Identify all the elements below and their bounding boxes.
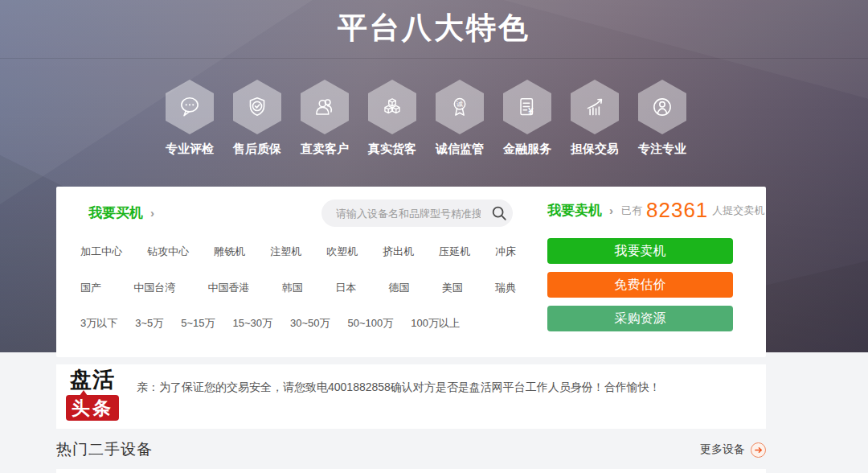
logo-top-text: 盘活 (70, 368, 115, 391)
price-range-links-row: 3万以下 3~5万 5~15万 15~30万 30~50万 50~100万 10… (80, 316, 460, 331)
next-section-top-edge (56, 469, 766, 473)
free-appraisal-button[interactable]: 免费估价 (547, 272, 733, 298)
hot-equipment-section-header: 热门二手设备 更多设备 (56, 439, 766, 460)
feature-label: 直卖客户 (301, 142, 349, 157)
price-range-link[interactable]: 5~15万 (181, 316, 215, 331)
origin-link[interactable]: 德国 (388, 281, 409, 295)
buy-machine-label: 我要买机 (88, 204, 143, 222)
feature-label: 担保交易 (571, 142, 619, 157)
feature-label: 真实货客 (368, 142, 416, 157)
integrity-medal-icon: 诚 (447, 94, 473, 120)
hero-title: 平台八大特色 (0, 8, 868, 48)
feature-item-professional-inspection: 专业评检 (156, 80, 223, 157)
panhuo-toutiao-logo: 盘活 头条 (64, 368, 121, 421)
machine-link[interactable]: 加工中心 (80, 245, 122, 259)
origin-links-row: 国产 中国台湾 中国香港 韩国 日本 德国 美国 瑞典 (80, 281, 516, 295)
hexagon-badge (301, 80, 349, 134)
arrow-right-circle-icon (751, 442, 766, 458)
origin-link[interactable]: 瑞典 (495, 281, 516, 295)
machine-type-links-row: 加工中心 钻攻中心 雕铣机 注塑机 吹塑机 挤出机 压延机 冲床 (80, 245, 516, 259)
feature-item-direct-customers: 直卖客户 (291, 80, 358, 157)
price-range-link[interactable]: 3万以下 (80, 316, 117, 331)
buy-machine-link[interactable]: 我要买机 › (88, 204, 154, 222)
feature-label: 专业评检 (166, 142, 214, 157)
chat-icon (177, 94, 203, 120)
shield-check-icon (244, 94, 270, 120)
machine-link[interactable]: 挤出机 (383, 245, 414, 259)
hexagon-badge (638, 80, 686, 134)
feature-item-focused-professional: 专注专业 (628, 80, 696, 157)
svg-text:¥: ¥ (528, 106, 534, 116)
sell-stat-count: 82361 (646, 198, 708, 223)
feature-label: 专注专业 (638, 142, 686, 157)
price-range-link[interactable]: 100万以上 (411, 316, 460, 331)
feature-label: 诚信监管 (436, 142, 484, 157)
machine-link[interactable]: 注塑机 (270, 245, 301, 259)
logo-bottom-text: 头条 (66, 395, 119, 421)
sell-machine-link[interactable]: 我要卖机 (547, 201, 602, 220)
machine-link[interactable]: 雕铣机 (214, 245, 245, 259)
machine-link[interactable]: 钻攻中心 (147, 245, 189, 259)
hexagon-badge: 诚 (436, 80, 484, 134)
finance-doc-icon: ¥ (514, 94, 540, 120)
feature-row: 专业评检 售后质保 (156, 80, 696, 157)
feature-item-financial-services: ¥ 金融服务 (493, 80, 561, 157)
section-title: 热门二手设备 (56, 439, 153, 460)
specialist-icon (649, 94, 675, 120)
origin-link[interactable]: 国产 (80, 281, 101, 295)
cargo-cubes-icon (379, 94, 405, 120)
price-range-link[interactable]: 50~100万 (348, 316, 394, 331)
feature-item-integrity-supervision: 诚 诚信监管 (426, 80, 493, 157)
hexagon-badge (571, 80, 619, 134)
growth-chart-icon (582, 94, 608, 120)
search-icon[interactable] (485, 199, 513, 227)
sell-machine-button[interactable]: 我要卖机 (547, 238, 733, 264)
hexagon-badge (233, 80, 281, 134)
svg-text:诚: 诚 (457, 100, 464, 108)
safety-notice-bar: 盘活 头条 亲：为了保证您的交易安全，请您致电4001882858确认对方是否是… (56, 364, 766, 429)
page: 平台八大特色 专业评检 (0, 0, 868, 473)
more-equipment-label: 更多设备 (700, 442, 745, 457)
feature-item-after-sales-warranty: 售后质保 (223, 80, 291, 157)
machine-link[interactable]: 压延机 (439, 245, 470, 259)
price-range-link[interactable]: 3~5万 (135, 316, 163, 331)
search-filter-card: 我要买机 › 我要卖机 › 已有 82361 人提交卖机 加工中心 钻攻中心 雕… (56, 187, 766, 357)
feature-label: 售后质保 (233, 142, 281, 157)
sell-stat-prefix: 已有 (621, 204, 642, 218)
origin-link[interactable]: 中国香港 (208, 281, 250, 295)
origin-link[interactable]: 中国台湾 (133, 281, 175, 295)
hero-divider (0, 58, 868, 59)
purchase-resources-button[interactable]: 采购资源 (547, 306, 733, 331)
customers-icon (312, 94, 338, 120)
chevron-right-icon: › (150, 207, 154, 219)
more-equipment-link[interactable]: 更多设备 (700, 442, 766, 458)
origin-link[interactable]: 韩国 (282, 281, 303, 295)
search-bar (321, 199, 513, 227)
sell-stat-suffix: 人提交卖机 (712, 204, 764, 218)
price-range-link[interactable]: 30~50万 (290, 316, 330, 331)
search-input[interactable] (321, 208, 485, 220)
machine-link[interactable]: 吹塑机 (326, 245, 358, 259)
feature-label: 金融服务 (503, 142, 551, 157)
hexagon-badge (166, 80, 214, 134)
machine-link[interactable]: 冲床 (495, 245, 516, 259)
hexagon-badge (368, 80, 416, 134)
price-range-link[interactable]: 15~30万 (233, 316, 273, 331)
chevron-right-icon: › (609, 204, 613, 216)
safety-notice-text: 亲：为了保证您的交易安全，请您致电4001882858确认对方是否是盘活网平台工… (137, 380, 661, 395)
sell-machine-header: 我要卖机 › 已有 82361 人提交卖机 (547, 198, 766, 223)
origin-link[interactable]: 日本 (335, 281, 356, 295)
origin-link[interactable]: 美国 (442, 281, 463, 295)
hexagon-badge: ¥ (503, 80, 551, 134)
feature-item-real-cargo: 真实货客 (358, 80, 426, 157)
feature-item-guaranteed-transaction: 担保交易 (561, 80, 628, 157)
